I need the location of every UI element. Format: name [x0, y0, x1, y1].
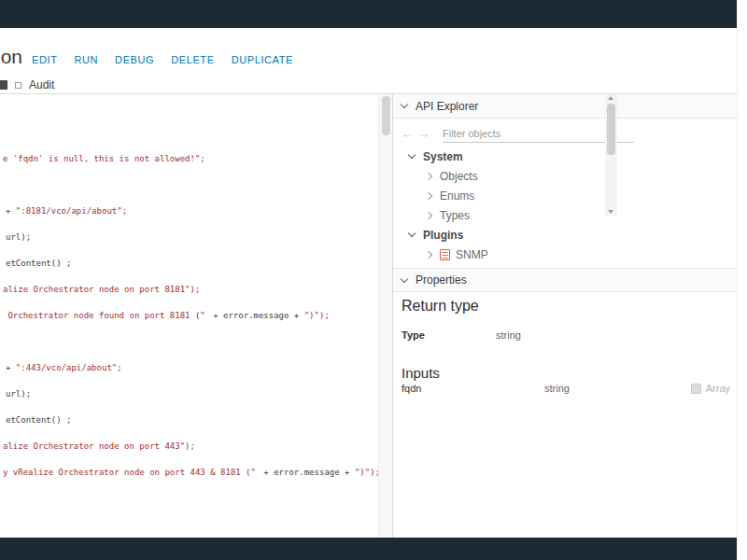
tree-scrollbar-thumb[interactable]	[607, 104, 615, 155]
chevron-down-icon[interactable]	[401, 274, 408, 282]
scroll-down-icon[interactable]	[608, 210, 613, 214]
duplicate-button[interactable]: DUPLICATE	[232, 54, 293, 65]
code-line	[3, 178, 378, 191]
edit-button[interactable]: EDIT	[32, 54, 57, 65]
tree-item-label: Objects	[440, 170, 478, 183]
properties-title: Properties	[416, 273, 467, 287]
code-line: etContent() ;	[3, 257, 378, 270]
properties-section-header[interactable]: Properties	[393, 268, 737, 292]
input-type: string	[544, 383, 691, 394]
chevron-right-icon[interactable]	[425, 250, 432, 258]
tree-scrollbar[interactable]	[605, 94, 617, 216]
return-type-heading: Return type	[402, 298, 479, 315]
script-editor[interactable]: e 'fqdn' is null, this is not allowed!";…	[0, 94, 378, 538]
tree-item-label: Enums	[440, 189, 474, 203]
api-explorer-section-header[interactable]: API Explorer	[393, 94, 737, 119]
code-line: alize Orchestrator node on port 8181");	[3, 283, 378, 296]
tree-item-label: Plugins	[423, 229, 463, 242]
tree-item-label: SNMP	[456, 248, 488, 261]
code-line	[3, 335, 378, 348]
tree-item-plugins[interactable]: Plugins	[393, 225, 617, 245]
back-arrow-icon[interactable]: ←	[402, 127, 413, 140]
input-name: fqdn	[402, 383, 544, 394]
top-navigation-bar	[0, 0, 737, 28]
chevron-right-icon[interactable]	[425, 211, 432, 218]
scroll-up-icon[interactable]	[608, 96, 613, 100]
code-line: y vRealize Orchestrator node on port 443…	[3, 466, 378, 479]
chevron-down-icon[interactable]	[401, 101, 408, 108]
right-side-panel: API Explorer ← → SystemObjectsEnumsTypes…	[392, 94, 737, 538]
tree-item-enums[interactable]: Enums	[393, 186, 617, 205]
clipped-tab-icon	[0, 80, 7, 90]
page-scrollbar-gutter	[737, 0, 747, 560]
tree-item-types[interactable]: Types	[393, 205, 617, 225]
tree-item-snmp[interactable]: SNMP	[393, 245, 617, 264]
array-label: Array	[706, 383, 730, 394]
array-checkbox	[691, 384, 701, 394]
chevron-down-icon[interactable]	[408, 230, 416, 237]
chevron-right-icon[interactable]	[425, 191, 432, 199]
tree-item-objects[interactable]: Objects	[393, 166, 617, 186]
delete-button[interactable]: DELETE	[171, 54, 214, 65]
api-tree: SystemObjectsEnumsTypesPluginsSNMP	[393, 147, 617, 268]
snmp-plugin-icon	[440, 249, 450, 260]
page-title: ion	[0, 46, 22, 68]
code-editor-content[interactable]: e 'fqdn' is null, this is not allowed!";…	[0, 94, 378, 479]
tree-item-system[interactable]: System	[393, 147, 617, 166]
code-line	[3, 322, 378, 335]
tab-audit[interactable]: Audit	[29, 78, 54, 91]
audit-tab-icon	[15, 82, 21, 89]
chevron-down-icon[interactable]	[408, 151, 416, 159]
run-button[interactable]: RUN	[74, 54, 98, 65]
tree-item-label: System	[423, 150, 463, 163]
code-line	[3, 165, 378, 178]
tab-bar: Audit	[0, 77, 54, 92]
editor-scrollbar-thumb[interactable]	[382, 96, 390, 135]
code-line: Orchestrator node found on port 8181 (" …	[3, 309, 378, 322]
type-label: Type	[402, 329, 496, 341]
bottom-status-bar	[0, 538, 737, 560]
type-value: string	[496, 329, 521, 341]
debug-button[interactable]: DEBUG	[115, 54, 154, 65]
inputs-heading: Inputs	[402, 365, 440, 381]
code-line	[3, 296, 378, 309]
api-filter-row: ← →	[402, 123, 634, 144]
input-row-fqdn: fqdn string Array	[402, 383, 730, 394]
forward-arrow-icon[interactable]: →	[419, 127, 430, 140]
tree-item-label: Types	[440, 209, 470, 222]
editor-scrollbar[interactable]	[378, 94, 392, 538]
code-line	[3, 270, 378, 283]
code-line: e 'fqdn' is null, this is not allowed!";	[3, 152, 378, 165]
api-explorer-title: API Explorer	[416, 100, 478, 113]
return-type-row: Type string	[402, 329, 521, 341]
chevron-right-icon[interactable]	[425, 172, 432, 179]
action-toolbar: EDIT RUN DEBUG DELETE DUPLICATE	[32, 54, 293, 65]
